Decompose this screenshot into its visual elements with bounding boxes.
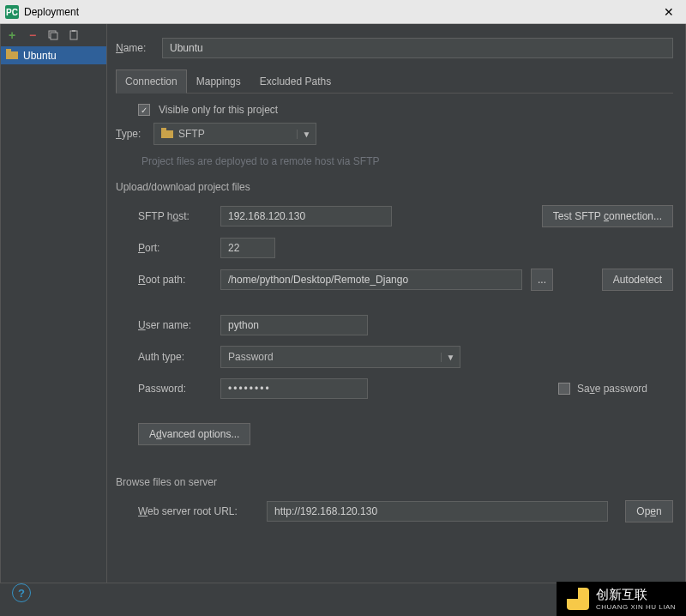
tab-excluded[interactable]: Excluded Paths xyxy=(250,69,340,94)
url-input[interactable] xyxy=(267,501,608,522)
watermark-logo xyxy=(567,588,589,610)
server-list: Ubuntu xyxy=(1,46,106,583)
remove-server-icon[interactable]: − xyxy=(27,29,39,41)
advanced-options-button[interactable]: Advanced options... xyxy=(138,423,250,445)
url-label: Web server root URL: xyxy=(138,505,258,517)
type-combo[interactable]: SFTP ▼ xyxy=(153,123,316,145)
titlebar: PC Deployment ✕ xyxy=(0,0,686,24)
password-label: Password: xyxy=(138,383,212,395)
test-connection-button[interactable]: Test SFTP connection... xyxy=(542,205,673,227)
type-value: SFTP xyxy=(178,128,205,140)
open-button[interactable]: Open xyxy=(625,500,673,522)
add-server-icon[interactable]: + xyxy=(6,29,18,41)
auth-value: Password xyxy=(228,351,274,363)
sftp-icon xyxy=(161,128,173,141)
auth-row: Auth type: Password ▼ xyxy=(116,346,673,368)
svg-rect-8 xyxy=(161,130,173,138)
password-input[interactable] xyxy=(220,378,368,399)
server-item-label: Ubuntu xyxy=(23,50,57,62)
port-input[interactable] xyxy=(220,238,275,258)
user-row: User name: xyxy=(116,315,673,335)
svg-rect-6 xyxy=(6,51,18,59)
svg-rect-7 xyxy=(6,49,11,52)
type-label: Type: xyxy=(116,128,145,140)
url-row: Web server root URL: Open xyxy=(116,500,673,522)
host-row: SFTP host: Test SFTP connection... xyxy=(116,205,673,227)
password-row: Password: Save password xyxy=(116,378,673,399)
root-input[interactable] xyxy=(220,269,522,290)
advanced-row: Advanced options... xyxy=(116,423,673,445)
body-area: + − Ubuntu Name: Connection Ma xyxy=(0,24,686,583)
chevron-down-icon: ▼ xyxy=(297,130,316,139)
paste-icon[interactable] xyxy=(68,29,80,41)
name-label: Name: xyxy=(116,42,153,54)
tab-mappings[interactable]: Mappings xyxy=(187,69,250,94)
watermark-en: CHUANG XIN HU LIAN xyxy=(596,603,676,611)
close-icon[interactable]: ✕ xyxy=(657,5,681,19)
server-item-ubuntu[interactable]: Ubuntu xyxy=(1,46,106,64)
root-label: Root path: xyxy=(138,274,212,286)
main-panel: Name: Connection Mappings Excluded Paths… xyxy=(107,24,685,583)
user-label: User name: xyxy=(138,319,212,331)
help-button[interactable]: ? xyxy=(12,583,31,602)
tabs: Connection Mappings Excluded Paths xyxy=(116,69,673,94)
port-label: Port: xyxy=(138,242,212,254)
root-row: Root path: ... Autodetect xyxy=(116,269,673,291)
svg-rect-4 xyxy=(70,31,77,39)
user-input[interactable] xyxy=(220,315,368,335)
visible-only-label: Visible only for this project xyxy=(159,104,278,116)
type-row: Type: SFTP ▼ xyxy=(116,123,673,145)
svg-text:PC: PC xyxy=(6,8,18,17)
chevron-down-icon: ▼ xyxy=(441,353,460,362)
svg-rect-5 xyxy=(72,30,75,32)
auth-combo[interactable]: Password ▼ xyxy=(220,346,460,368)
name-input[interactable] xyxy=(162,38,673,58)
autodetect-button[interactable]: Autodetect xyxy=(602,269,673,291)
copy-icon[interactable] xyxy=(47,29,59,41)
tab-connection[interactable]: Connection xyxy=(116,69,187,94)
name-row: Name: xyxy=(116,38,673,58)
port-row: Port: xyxy=(116,238,673,258)
svg-rect-9 xyxy=(161,128,166,131)
type-help-text: Project files are deployed to a remote h… xyxy=(141,155,673,167)
server-icon xyxy=(6,49,18,62)
section-upload-title: Upload/download project files xyxy=(116,181,673,193)
sidebar: + − Ubuntu xyxy=(1,24,107,583)
app-icon: PC xyxy=(5,5,19,19)
host-label: SFTP host: xyxy=(138,210,212,222)
visible-only-row: ✓ Visible only for this project xyxy=(116,104,673,116)
section-browse-title: Browse files on server xyxy=(116,476,673,488)
save-password-label: Save password xyxy=(577,383,647,395)
watermark: 创新互联 CHUANG XIN HU LIAN xyxy=(557,582,686,616)
host-input[interactable] xyxy=(220,206,392,226)
visible-only-checkbox[interactable]: ✓ xyxy=(138,104,150,116)
watermark-cn: 创新互联 xyxy=(596,587,676,603)
sidebar-toolbar: + − xyxy=(1,24,106,46)
window-title: Deployment xyxy=(24,6,657,18)
svg-rect-3 xyxy=(51,33,57,39)
root-browse-button[interactable]: ... xyxy=(531,269,553,291)
auth-label: Auth type: xyxy=(138,351,212,363)
save-password-checkbox[interactable] xyxy=(558,383,570,395)
footer: ? xyxy=(12,583,31,602)
